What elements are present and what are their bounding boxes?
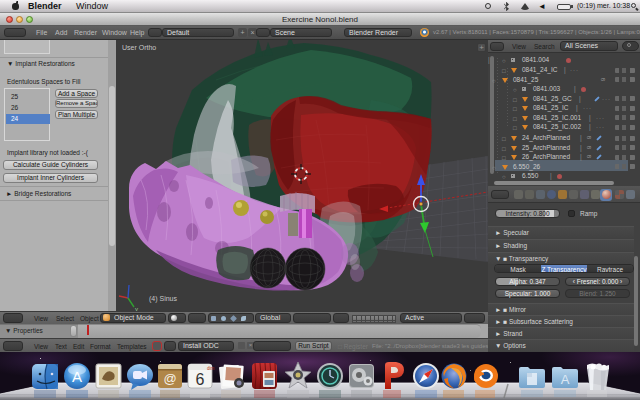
svg-text:A: A — [72, 368, 82, 385]
svg-text:User Ortho: User Ortho — [122, 44, 156, 51]
svg-text:6: 6 — [196, 371, 205, 388]
svg-text:(4) Sinus: (4) Sinus — [149, 295, 178, 303]
svg-text:A: A — [561, 372, 570, 387]
svg-text:@: @ — [163, 371, 176, 386]
svg-text:dim: dim — [207, 366, 215, 371]
